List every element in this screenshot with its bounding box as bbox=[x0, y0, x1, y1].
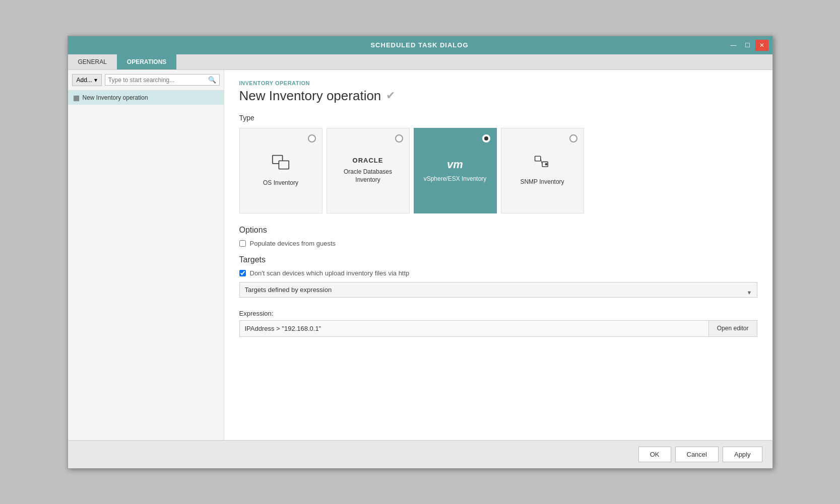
window-controls: — ☐ ✕ bbox=[727, 40, 768, 51]
check-icon: ✔ bbox=[386, 89, 395, 102]
type-heading: Type bbox=[239, 114, 757, 122]
type-card-vsphere-label: vSphere/ESX Inventory bbox=[424, 175, 487, 183]
radio-vsphere bbox=[482, 134, 490, 142]
expression-input[interactable] bbox=[240, 321, 708, 336]
expression-row: Open editor bbox=[239, 320, 757, 337]
open-editor-button[interactable]: Open editor bbox=[708, 321, 757, 336]
oracle-icon: ORACLE bbox=[353, 157, 383, 164]
footer: OK Cancel Apply bbox=[68, 440, 772, 468]
dont-scan-label: Don't scan devices which upload inventor… bbox=[250, 269, 410, 277]
type-card-oracle[interactable]: ORACLE Oracle Databases Inventory bbox=[327, 128, 410, 213]
minimize-button[interactable]: — bbox=[727, 40, 740, 51]
svg-rect-2 bbox=[280, 162, 288, 168]
options-heading: Options bbox=[239, 226, 757, 235]
populate-devices-row[interactable]: Populate devices from guests bbox=[239, 240, 757, 247]
ok-button[interactable]: OK bbox=[638, 447, 671, 462]
radio-os bbox=[308, 134, 316, 142]
search-icon: 🔍 bbox=[208, 76, 216, 84]
dialog-title: SCHEDULED TASK DIALOG bbox=[112, 41, 727, 49]
left-panel: Add... ▾ 🔍 ▦ New Inventory operation bbox=[68, 70, 224, 440]
targets-dropdown[interactable]: Targets defined by expression All device… bbox=[239, 282, 757, 298]
radio-snmp bbox=[569, 134, 577, 142]
populate-devices-checkbox[interactable] bbox=[239, 240, 246, 247]
type-card-snmp-label: SNMP Inventory bbox=[520, 178, 564, 186]
targets-dropdown-wrap: Targets defined by expression All device… bbox=[239, 282, 757, 304]
svg-point-6 bbox=[545, 163, 548, 166]
snmp-icon bbox=[534, 155, 550, 174]
add-label: Add... bbox=[77, 77, 92, 84]
scheduled-task-dialog: SCHEDULED TASK DIALOG — ☐ ✕ GENERAL OPER… bbox=[68, 36, 773, 469]
dont-scan-row[interactable]: Don't scan devices which upload inventor… bbox=[239, 269, 757, 277]
list-item-icon: ▦ bbox=[73, 94, 80, 102]
type-card-os-label: OS Inventory bbox=[263, 179, 298, 187]
targets-section: Targets Don't scan devices which upload … bbox=[239, 255, 757, 337]
tab-general[interactable]: GENERAL bbox=[68, 54, 117, 69]
type-card-os[interactable]: OS Inventory bbox=[239, 128, 322, 213]
tab-operations[interactable]: OPERATIONS bbox=[117, 54, 176, 69]
svg-line-7 bbox=[541, 159, 542, 164]
operation-title-row: New Inventory operation ✔ bbox=[239, 88, 757, 104]
tabs-row: GENERAL OPERATIONS bbox=[68, 54, 772, 70]
type-card-vsphere[interactable]: vm vSphere/ESX Inventory bbox=[414, 128, 497, 213]
section-label: INVENTORY OPERATION bbox=[239, 80, 757, 86]
dont-scan-checkbox[interactable] bbox=[239, 270, 246, 276]
vm-icon: vm bbox=[447, 158, 463, 171]
add-dropdown[interactable]: Add... ▾ bbox=[72, 74, 102, 86]
dropdown-arrow-icon: ▾ bbox=[94, 77, 97, 84]
left-toolbar: Add... ▾ 🔍 bbox=[68, 70, 224, 91]
operation-title: New Inventory operation bbox=[239, 88, 381, 104]
os-icon bbox=[272, 154, 290, 175]
options-section: Options Populate devices from guests bbox=[239, 226, 757, 247]
type-cards: OS Inventory ORACLE Oracle Databases Inv… bbox=[239, 128, 757, 213]
close-button[interactable]: ✕ bbox=[755, 40, 768, 51]
right-panel: INVENTORY OPERATION New Inventory operat… bbox=[224, 70, 772, 440]
cancel-button[interactable]: Cancel bbox=[675, 447, 719, 462]
list-item[interactable]: ▦ New Inventory operation bbox=[68, 91, 224, 105]
apply-button[interactable]: Apply bbox=[723, 447, 762, 462]
search-box: 🔍 bbox=[105, 74, 220, 86]
targets-heading: Targets bbox=[239, 255, 757, 264]
radio-oracle bbox=[395, 134, 403, 142]
search-input[interactable] bbox=[108, 77, 206, 84]
content-area: Add... ▾ 🔍 ▦ New Inventory operation INV… bbox=[68, 70, 772, 440]
list-item-label: New Inventory operation bbox=[83, 94, 148, 101]
populate-devices-label: Populate devices from guests bbox=[250, 240, 336, 247]
expression-label: Expression: bbox=[239, 310, 757, 317]
title-bar: SCHEDULED TASK DIALOG — ☐ ✕ bbox=[68, 36, 772, 54]
type-card-oracle-label: Oracle Databases Inventory bbox=[332, 168, 404, 184]
type-card-snmp[interactable]: SNMP Inventory bbox=[501, 128, 584, 213]
svg-rect-4 bbox=[535, 156, 541, 161]
left-list: ▦ New Inventory operation bbox=[68, 91, 224, 440]
restore-button[interactable]: ☐ bbox=[741, 40, 754, 51]
